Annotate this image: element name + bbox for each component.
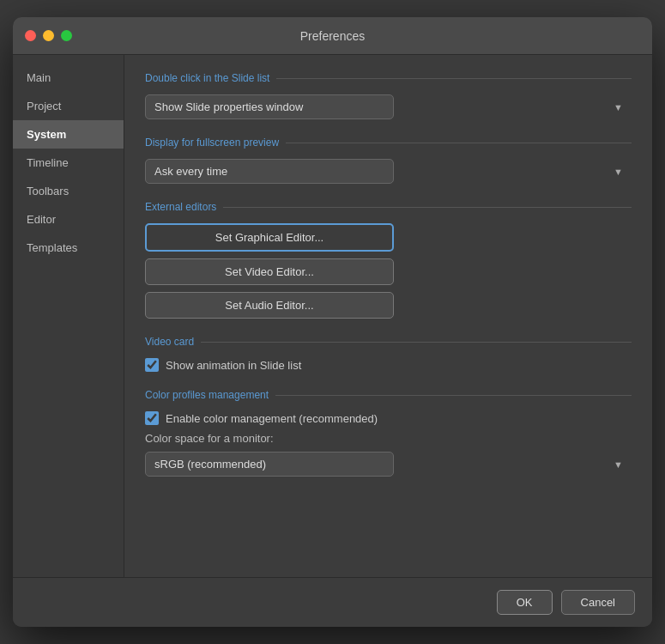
sidebar-item-project[interactable]: Project	[13, 92, 124, 120]
external-editors-label: External editors	[145, 201, 632, 213]
fullscreen-label: Display for fullscreen preview	[145, 137, 632, 149]
maximize-button[interactable]	[61, 30, 72, 41]
color-space-dropdown-wrapper: sRGB (recommended) AdobeRGB Display P3 ▼	[145, 452, 632, 477]
minimize-button[interactable]	[43, 30, 54, 41]
fullscreen-dropdown-wrapper: Ask every time Primary monitor Secondary…	[145, 159, 632, 184]
title-bar: Preferences	[13, 17, 652, 55]
show-animation-label: Show animation in Slide list	[166, 359, 301, 372]
external-editors-section: External editors Set Graphical Editor...…	[145, 201, 632, 319]
main-panel: Double click in the Slide list Show Slid…	[124, 55, 652, 577]
sidebar-item-templates[interactable]: Templates	[13, 234, 124, 262]
preferences-window: Preferences Main Project System Timeline…	[13, 17, 652, 627]
show-animation-row: Show animation in Slide list	[145, 358, 632, 372]
content-area: Main Project System Timeline Toolbars Ed…	[13, 55, 652, 577]
set-audio-editor-button[interactable]: Set Audio Editor...	[145, 292, 394, 319]
sidebar-item-toolbars[interactable]: Toolbars	[13, 177, 124, 205]
color-space-dropdown-arrow: ▼	[614, 459, 623, 470]
double-click-label: Double click in the Slide list	[145, 72, 632, 84]
color-profiles-section: Color profiles management Enable color m…	[145, 389, 632, 477]
fullscreen-dropdown-arrow: ▼	[614, 167, 623, 177]
color-space-dropdown[interactable]: sRGB (recommended) AdobeRGB Display P3	[145, 452, 394, 477]
enable-color-row: Enable color management (recommended)	[145, 411, 632, 425]
sidebar-item-editor[interactable]: Editor	[13, 205, 124, 234]
set-video-editor-button[interactable]: Set Video Editor...	[145, 258, 394, 285]
ok-button[interactable]: OK	[497, 590, 553, 615]
fullscreen-section: Display for fullscreen preview Ask every…	[145, 137, 632, 184]
enable-color-checkbox[interactable]	[145, 411, 159, 425]
double-click-dropdown[interactable]: Show Slide properties window Open in Edi…	[145, 94, 394, 119]
cancel-button[interactable]: Cancel	[561, 590, 635, 615]
window-title: Preferences	[300, 29, 365, 43]
sidebar-item-system[interactable]: System	[13, 120, 124, 149]
double-click-dropdown-wrapper: Show Slide properties window Open in Edi…	[145, 94, 632, 119]
footer: OK Cancel	[13, 577, 652, 627]
video-card-section: Video card Show animation in Slide list	[145, 336, 632, 372]
sidebar-item-main[interactable]: Main	[13, 64, 124, 92]
sidebar-item-timeline[interactable]: Timeline	[13, 149, 124, 177]
traffic-lights	[25, 30, 72, 41]
sidebar: Main Project System Timeline Toolbars Ed…	[13, 55, 124, 577]
show-animation-checkbox[interactable]	[145, 358, 159, 372]
color-profiles-label: Color profiles management	[145, 389, 632, 401]
color-space-text: Color space for a monitor:	[145, 432, 632, 445]
double-click-section: Double click in the Slide list Show Slid…	[145, 72, 632, 119]
set-graphical-editor-button[interactable]: Set Graphical Editor...	[145, 223, 394, 252]
fullscreen-dropdown[interactable]: Ask every time Primary monitor Secondary…	[145, 159, 394, 184]
double-click-dropdown-arrow: ▼	[614, 102, 623, 112]
video-card-label: Video card	[145, 336, 632, 348]
close-button[interactable]	[25, 30, 36, 41]
enable-color-label: Enable color management (recommended)	[166, 412, 378, 425]
